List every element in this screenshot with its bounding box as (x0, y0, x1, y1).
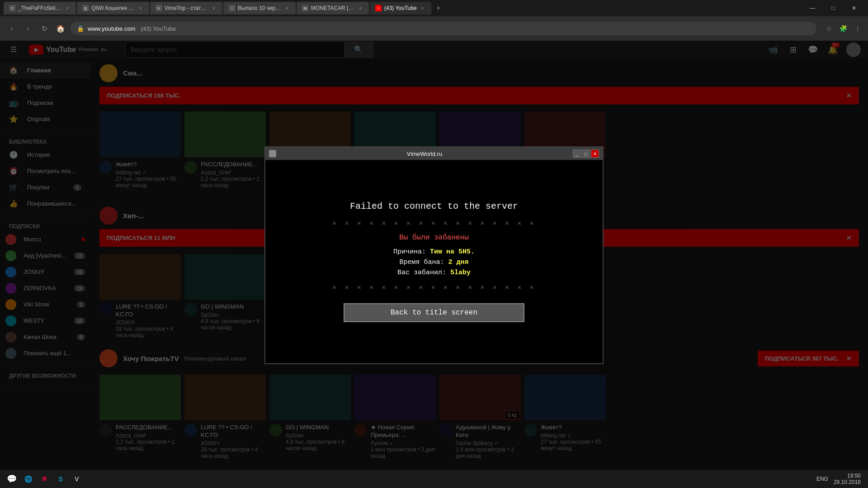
tab-close-1[interactable]: × (64, 5, 71, 11)
browser-tab-4[interactable]: ! Выпало 10 черное × (223, 2, 296, 14)
browser-icons: ☆ 🧩 ⋮ (824, 23, 863, 33)
duration-value: 2 дня (448, 258, 469, 266)
tab-close-3[interactable]: × (211, 5, 217, 11)
decorative-line-bottom: × × × × × × × × × × × × × × × × × (332, 283, 536, 291)
tab-close-2[interactable]: × (137, 5, 144, 11)
modal-overlay: VimeWorld.ru _ □ ✕ Failed to connect to … (0, 41, 868, 470)
taskbar-skype-icon[interactable]: S (52, 471, 69, 487)
reason-value: Тим на 5Н5. (430, 248, 475, 256)
dialog-minimize-button[interactable]: _ (573, 150, 581, 158)
home-button[interactable]: 🏠 (54, 22, 67, 35)
dialog-icon (269, 150, 276, 157)
new-tab-button[interactable]: + (432, 2, 445, 14)
ban-duration: Время бана: 2 дня (399, 258, 468, 266)
taskbar-chrome-icon[interactable]: 🌐 (20, 471, 36, 487)
mc-dialog: VimeWorld.ru _ □ ✕ Failed to connect to … (264, 146, 604, 364)
decorative-line-top: × × × × × × × × × × × × × × × × × (332, 219, 536, 227)
browser-chrome: Y _ThePaFFoSkill_ | Личный к... × Q QIWI… (0, 0, 868, 41)
address-bar[interactable]: 🔒 www.youtube.com (43) YouTube (71, 22, 816, 35)
bookmark-star-icon[interactable]: ☆ (824, 23, 834, 33)
taskbar-yandex-icon[interactable]: Я (36, 471, 52, 487)
duration-label: Время бана: (399, 258, 444, 266)
dialog-title: VimeWorld.ru (280, 150, 569, 157)
settings-icon[interactable]: ⋮ (853, 23, 863, 33)
taskbar-vime-icon[interactable]: V (69, 471, 85, 487)
ban-message: Вы были забанены (399, 234, 469, 242)
reason-label: Причина: (393, 248, 426, 256)
window-controls: — □ ✕ (802, 0, 864, 16)
dialog-window-controls: _ □ ✕ (573, 150, 599, 158)
dialog-title-bar: VimeWorld.ru _ □ ✕ (265, 147, 603, 160)
error-title: Failed to connect to the server (350, 201, 518, 211)
browser-tab-2[interactable]: Q QIWI Кошелек — электрон... × (77, 2, 149, 14)
browser-controls: ‹ › ↻ 🏠 🔒 www.youtube.com (43) YouTube ☆… (0, 16, 868, 41)
taskbar-discord-icon[interactable]: 💬 (4, 471, 20, 487)
browser-tab-3[interactable]: V VimeTop - статистика игро... × (150, 2, 222, 14)
back-button[interactable]: ‹ (5, 22, 18, 35)
refresh-button[interactable]: ↻ (38, 22, 51, 35)
taskbar-time: 19:50 (847, 473, 861, 479)
browser-tab-1[interactable]: Y _ThePaFFoSkill_ | Личный к... × (4, 2, 76, 14)
dialog-close-button[interactable]: ✕ (591, 150, 599, 158)
back-to-title-button[interactable]: Back to title screen (344, 303, 524, 322)
ban-reason: Причина: Тим на 5Н5. (393, 248, 475, 256)
banned-by: Вас забанил: 5laby (397, 269, 471, 277)
taskbar-right: ENG 19:50 29.10.2018 (816, 473, 864, 485)
tab-bar: Y _ThePaFFoSkill_ | Личный к... × Q QIWI… (0, 0, 868, 16)
maximize-button[interactable]: □ (823, 0, 844, 16)
taskbar-date: 29.10.2018 (834, 479, 861, 485)
tab-close-4[interactable]: × (284, 5, 290, 11)
taskbar-language: ENG (816, 476, 828, 482)
browser-tab-5[interactable]: M MONETACAR | Касса автон... × (297, 2, 369, 14)
forward-button[interactable]: › (22, 22, 34, 35)
banned-by-value: 5laby (450, 269, 471, 277)
address-domain: www.youtube.com (88, 25, 136, 32)
dialog-maximize-button[interactable]: □ (582, 150, 590, 158)
taskbar: 💬 🌐 Я S V ENG 19:50 29.10.2018 (0, 470, 868, 488)
browser-tab-6[interactable]: Y (43) YouTube × (370, 2, 431, 14)
tab-close-6[interactable]: × (420, 5, 426, 11)
address-title: (43) YouTube (141, 25, 176, 32)
banned-by-label: Вас забанил: (397, 269, 446, 277)
minimize-button[interactable]: — (802, 0, 823, 16)
dialog-body: Failed to connect to the server × × × × … (265, 160, 603, 363)
close-window-button[interactable]: ✕ (844, 0, 864, 16)
tab-close-5[interactable]: × (357, 5, 363, 11)
extension-icon[interactable]: 🧩 (838, 23, 848, 33)
